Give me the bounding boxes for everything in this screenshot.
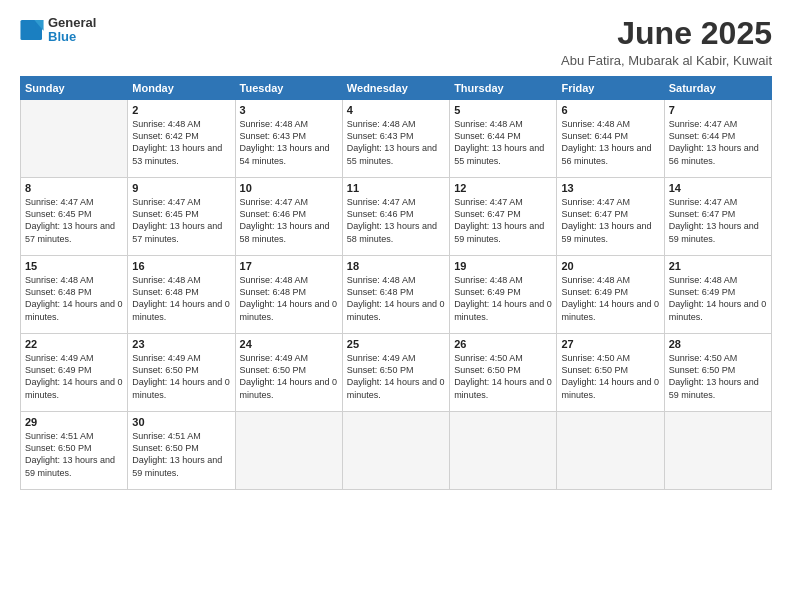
page: General Blue June 2025 Abu Fatira, Mubar… [0, 0, 792, 612]
title-block: June 2025 Abu Fatira, Mubarak al Kabir, … [561, 16, 772, 68]
logo: General Blue [20, 16, 96, 45]
table-row: 5Sunrise: 4:48 AMSunset: 6:44 PMDaylight… [450, 100, 557, 178]
weekday-header-row: Sunday Monday Tuesday Wednesday Thursday… [21, 77, 772, 100]
table-row: 2Sunrise: 4:48 AMSunset: 6:42 PMDaylight… [128, 100, 235, 178]
empty-cell [342, 412, 449, 490]
table-row: 29Sunrise: 4:51 AMSunset: 6:50 PMDayligh… [21, 412, 772, 490]
empty-cell [557, 412, 664, 490]
table-row: 16Sunrise: 4:48 AMSunset: 6:48 PMDayligh… [128, 256, 235, 334]
header: General Blue June 2025 Abu Fatira, Mubar… [20, 16, 772, 68]
table-row: 12Sunrise: 4:47 AMSunset: 6:47 PMDayligh… [450, 178, 557, 256]
table-row: 14Sunrise: 4:47 AMSunset: 6:47 PMDayligh… [664, 178, 771, 256]
header-saturday: Saturday [664, 77, 771, 100]
table-row: 25Sunrise: 4:49 AMSunset: 6:50 PMDayligh… [342, 334, 449, 412]
table-row: 3Sunrise: 4:48 AMSunset: 6:43 PMDaylight… [235, 100, 342, 178]
table-row: 23Sunrise: 4:49 AMSunset: 6:50 PMDayligh… [128, 334, 235, 412]
table-row: 21Sunrise: 4:48 AMSunset: 6:49 PMDayligh… [664, 256, 771, 334]
table-row: 22Sunrise: 4:49 AMSunset: 6:49 PMDayligh… [21, 334, 128, 412]
empty-cell [450, 412, 557, 490]
header-monday: Monday [128, 77, 235, 100]
table-row: 17Sunrise: 4:48 AMSunset: 6:48 PMDayligh… [235, 256, 342, 334]
table-row: 15Sunrise: 4:48 AMSunset: 6:48 PMDayligh… [21, 256, 128, 334]
empty-cell [21, 100, 128, 178]
table-row: 10Sunrise: 4:47 AMSunset: 6:46 PMDayligh… [235, 178, 342, 256]
header-sunday: Sunday [21, 77, 128, 100]
table-row: 18Sunrise: 4:48 AMSunset: 6:48 PMDayligh… [342, 256, 449, 334]
logo-icon [20, 20, 44, 40]
header-friday: Friday [557, 77, 664, 100]
table-row: 15Sunrise: 4:48 AMSunset: 6:48 PMDayligh… [21, 256, 772, 334]
table-row: 8Sunrise: 4:47 AMSunset: 6:45 PMDaylight… [21, 178, 772, 256]
table-row: 26Sunrise: 4:50 AMSunset: 6:50 PMDayligh… [450, 334, 557, 412]
logo-general: General [48, 16, 96, 30]
table-row: 24Sunrise: 4:49 AMSunset: 6:50 PMDayligh… [235, 334, 342, 412]
header-tuesday: Tuesday [235, 77, 342, 100]
table-row: 22Sunrise: 4:49 AMSunset: 6:49 PMDayligh… [21, 334, 772, 412]
table-row: 2Sunrise: 4:48 AMSunset: 6:42 PMDaylight… [21, 100, 772, 178]
title-month: June 2025 [561, 16, 772, 51]
table-row: 4Sunrise: 4:48 AMSunset: 6:43 PMDaylight… [342, 100, 449, 178]
table-row: 7Sunrise: 4:47 AMSunset: 6:44 PMDaylight… [664, 100, 771, 178]
table-row: 13Sunrise: 4:47 AMSunset: 6:47 PMDayligh… [557, 178, 664, 256]
header-wednesday: Wednesday [342, 77, 449, 100]
title-location: Abu Fatira, Mubarak al Kabir, Kuwait [561, 53, 772, 68]
table-row: 6Sunrise: 4:48 AMSunset: 6:44 PMDaylight… [557, 100, 664, 178]
table-row: 28Sunrise: 4:50 AMSunset: 6:50 PMDayligh… [664, 334, 771, 412]
table-row: 20Sunrise: 4:48 AMSunset: 6:49 PMDayligh… [557, 256, 664, 334]
calendar-table: Sunday Monday Tuesday Wednesday Thursday… [20, 76, 772, 490]
table-row: 8Sunrise: 4:47 AMSunset: 6:45 PMDaylight… [21, 178, 128, 256]
table-row: 9Sunrise: 4:47 AMSunset: 6:45 PMDaylight… [128, 178, 235, 256]
header-thursday: Thursday [450, 77, 557, 100]
table-row: 29Sunrise: 4:51 AMSunset: 6:50 PMDayligh… [21, 412, 128, 490]
table-row: 30Sunrise: 4:51 AMSunset: 6:50 PMDayligh… [128, 412, 235, 490]
table-row: 19Sunrise: 4:48 AMSunset: 6:49 PMDayligh… [450, 256, 557, 334]
logo-blue: Blue [48, 30, 96, 44]
empty-cell [235, 412, 342, 490]
table-row: 11Sunrise: 4:47 AMSunset: 6:46 PMDayligh… [342, 178, 449, 256]
empty-cell [664, 412, 771, 490]
table-row: 27Sunrise: 4:50 AMSunset: 6:50 PMDayligh… [557, 334, 664, 412]
